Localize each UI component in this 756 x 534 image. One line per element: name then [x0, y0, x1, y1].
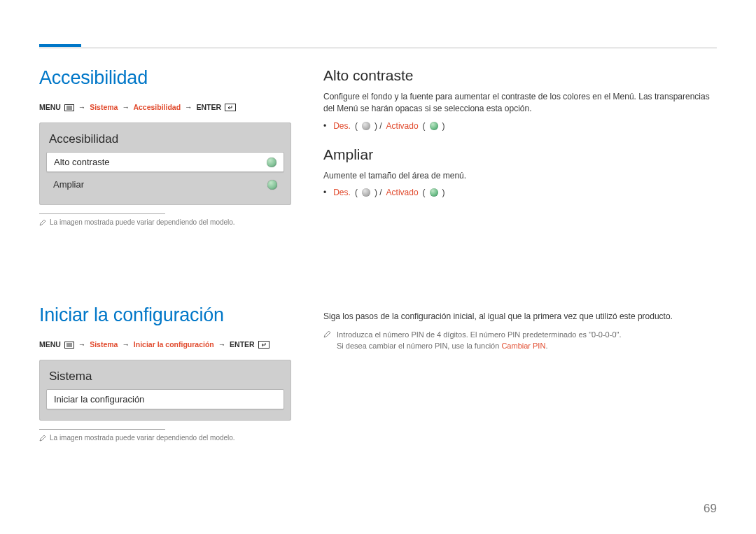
block-alto-contraste: Alto contraste Configure el fondo y la f… — [323, 67, 717, 131]
breadcrumb-sistema: Sistema — [90, 340, 118, 349]
page-number: 69 — [704, 502, 717, 516]
mock-panel-accesibilidad: Accesibilidad Alto contraste Ampliar — [39, 122, 291, 205]
info-note-cambiar-pin: Cambiar PIN — [501, 342, 545, 350]
breadcrumb-accesibilidad: MENU → Sistema → Accesibilidad → ENTER — [39, 103, 291, 113]
mock-panel-sistema: Sistema Iniciar la configuración — [39, 360, 291, 421]
block-iniciar-desc: Siga los pasos de la configuración inici… — [323, 311, 717, 351]
info-note-line1: Introduzca el número PIN de 4 dígitos. E… — [337, 330, 621, 339]
header-rule — [39, 48, 717, 48]
info-note-text: Introduzca el número PIN de 4 dígitos. E… — [337, 329, 621, 352]
pencil-icon — [39, 219, 46, 227]
info-note-line2a: Si desea cambiar el número PIN, use la f… — [337, 342, 501, 350]
breadcrumb-enter: ENTER — [196, 103, 221, 111]
subtitle-ampliar: Ampliar — [323, 146, 717, 163]
breadcrumb-menu: MENU — [39, 103, 61, 111]
mock-row-iniciar[interactable]: Iniciar la configuración — [46, 389, 284, 409]
breadcrumb-accesibilidad-item: Accesibilidad — [133, 103, 181, 111]
mock-row-ampliar[interactable]: Ampliar — [46, 175, 284, 194]
desc-alto-contraste: Configure el fondo y la fuente para aume… — [323, 91, 717, 115]
state-line-alto-contraste: Des. () / Activado () — [323, 121, 717, 131]
breadcrumb-enter: ENTER — [230, 340, 255, 349]
info-note-line2c: . — [545, 342, 547, 350]
desc-ampliar: Aumente el tamaño del área de menú. — [323, 170, 717, 182]
pencil-icon — [323, 330, 331, 352]
info-note-pin: Introduzca el número PIN de 4 dígitos. E… — [323, 329, 717, 352]
section-title-accesibilidad: Accesibilidad — [39, 67, 291, 89]
menu-icon — [64, 342, 74, 350]
breadcrumb-iniciar-item: Iniciar la configuración — [134, 340, 214, 349]
footnote-rule — [39, 213, 165, 214]
pencil-icon — [39, 435, 46, 443]
mock-row-alto-contraste[interactable]: Alto contraste — [46, 152, 284, 172]
enter-icon — [225, 104, 236, 113]
mock-panel-title: Sistema — [46, 367, 284, 389]
mock-row-label: Ampliar — [53, 179, 84, 190]
subtitle-alto-contraste: Alto contraste — [323, 67, 717, 84]
block-ampliar: Ampliar Aumente el tamaño del área de me… — [323, 146, 717, 197]
mock-row-label: Iniciar la configuración — [54, 394, 144, 405]
radio-off-icon — [362, 122, 370, 130]
section-title-iniciar: Iniciar la configuración — [39, 304, 291, 326]
breadcrumb-sistema: Sistema — [90, 103, 118, 111]
breadcrumb-menu: MENU — [39, 340, 61, 349]
state-off-label: Des. — [333, 188, 351, 197]
state-on-label: Activado — [386, 121, 419, 131]
state-off-label: Des. — [333, 121, 351, 131]
footnote-iniciar: La imagen mostrada puede variar dependie… — [39, 434, 291, 443]
breadcrumb-iniciar: MENU → Sistema → Iniciar la configuració… — [39, 340, 291, 350]
footnote-accesibilidad: La imagen mostrada puede variar dependie… — [39, 218, 291, 227]
footnote-text: La imagen mostrada puede variar dependie… — [50, 218, 235, 226]
mock-row-label: Alto contraste — [54, 157, 110, 167]
mock-panel-title: Accesibilidad — [46, 129, 284, 152]
enter-icon — [258, 341, 270, 350]
radio-on-icon — [430, 122, 438, 130]
toggle-dot-icon — [267, 180, 277, 190]
header-tab-marker — [39, 44, 81, 47]
footnote-text: La imagen mostrada puede variar dependie… — [50, 434, 235, 442]
state-on-label: Activado — [386, 188, 419, 197]
radio-off-icon — [362, 188, 370, 197]
state-line-ampliar: Des. () / Activado () — [323, 188, 717, 197]
desc-iniciar: Siga los pasos de la configuración inici… — [323, 311, 717, 323]
radio-on-icon — [430, 188, 438, 197]
toggle-dot-icon — [267, 157, 276, 167]
menu-icon — [64, 104, 74, 113]
footnote-rule — [39, 429, 165, 430]
